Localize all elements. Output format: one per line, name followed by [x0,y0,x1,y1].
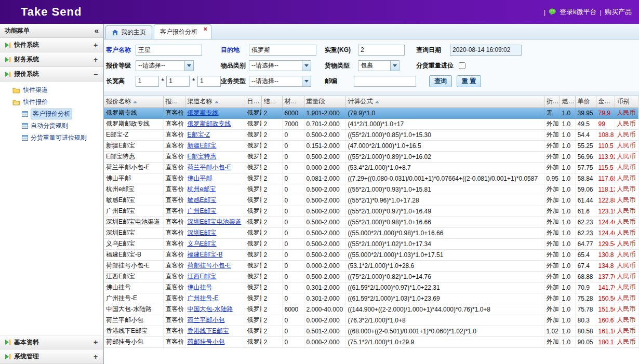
tree-item-express-channel[interactable]: 快件渠道 [0,84,103,96]
expand-icon[interactable]: + [92,338,99,346]
length-input[interactable] [136,76,159,87]
table-row[interactable]: 义乌E邮宝 直客价 义乌E邮宝 俄罗斯 2 0 0.500-2.000 ((55… [104,238,638,249]
channel-link[interactable]: 新疆E邮宝 [188,142,217,149]
channel-link[interactable]: 俄罗斯专线 [188,109,219,116]
close-icon[interactable]: × [203,26,207,32]
tree-item-customer-quote-analysis[interactable]: 客户报价分析 [0,108,103,120]
expand-icon[interactable]: + [92,41,99,49]
channel-link[interactable]: E邮宝特惠 [188,153,217,160]
collapse-sidebar-button[interactable]: « [95,27,99,34]
destination-cell: 俄罗斯 [245,238,261,249]
channel-link[interactable]: 广州挂号-E [188,294,219,302]
table-row[interactable]: 福建E邮宝-B 直客价 福建E邮宝-B 俄罗斯 2 0 0.500-2.000 … [104,249,638,260]
reset-button[interactable]: 重 置 [457,75,481,87]
item-category-select[interactable]: --请选择-- [249,60,311,71]
table-row[interactable]: 广州E邮宝 直客价 广州E邮宝 俄罗斯 2 0 0.500-2.000 ((55… [104,206,638,217]
channel-link[interactable]: 荷兰平邮小包 [188,316,225,323]
channel-link[interactable]: 杭州e邮宝 [188,185,216,193]
expand-icon[interactable]: + [92,56,99,64]
query-button[interactable]: 查询 [429,75,452,87]
table-row[interactable]: E邮宝特惠 直客价 E邮宝特惠 俄罗斯 2 0 0.500-2.000 ((55… [104,151,638,162]
quote-level-select[interactable]: --请选择-- [136,60,194,71]
channel-link[interactable]: 佛山挂号 [188,284,212,291]
channel-link[interactable]: 深圳E邮宝 [188,229,217,236]
table-row[interactable]: 荷邮挂号小包-E 直客价 荷邮挂号小包-E 俄罗斯 2 0 0.000-2.00… [104,260,638,271]
table-row[interactable]: 敏感E邮宝 直客价 敏感E邮宝 俄罗斯 2 0 0.500-2.000 ((55… [104,195,638,206]
discount-cell: 外加 [544,336,560,347]
column-header-unit-price[interactable]: 单价 [575,96,596,107]
channel-link[interactable]: 香港线下E邮宝 [188,327,229,334]
postal-code-input[interactable] [354,76,416,87]
table-row[interactable]: 中国大包-水陆路 直客价 中国大包-水陆路 俄罗斯 2 6000 2.000-4… [104,304,638,315]
column-header-destination[interactable]: 目的地 [245,96,261,107]
sidebar-group-express-system[interactable]: 快件系统 + [0,38,103,52]
channel-link[interactable]: 俄罗斯邮政专线 [188,120,231,127]
channel-link[interactable]: 中国大包-水陆路 [188,305,233,313]
channel-link[interactable]: 荷邮挂号小包-E [188,262,231,269]
settle-weight-cell: 2 [261,293,282,304]
query-date-input[interactable] [450,45,522,56]
width-input[interactable] [166,76,190,87]
channel-link[interactable]: 福建E邮宝-B [188,251,223,258]
cargo-type-select[interactable]: 包裹 [358,60,400,71]
channel-link[interactable]: 荷兰平邮小包-E [188,164,231,171]
column-header-amount[interactable]: 金额 [596,96,615,107]
sidebar-group-system-management[interactable]: 系统管理 + [0,349,103,364]
table-row[interactable]: 佛山挂号 直客价 佛山挂号 俄罗斯 2 0 0.301-2.000 ((61.5… [104,282,638,293]
table-row[interactable]: 俄罗斯邮政专线 直客价 俄罗斯邮政专线 俄罗斯 2 7000 0.701-2.0… [104,118,638,129]
destination-input[interactable] [249,45,316,56]
sidebar-group-quote-system[interactable]: 报价系统 − [0,67,103,82]
formula-cell: ((55*2/1.000)*0.98)*1.0+16.66 [345,217,544,227]
channel-link[interactable]: E邮宝-Z [188,131,210,138]
column-header-weight-range[interactable]: 重量段 [304,96,345,107]
table-row[interactable]: E邮宝-Z 直客价 E邮宝-Z 俄罗斯 2 0 0.500-2.000 ((55… [104,129,638,140]
table-row[interactable]: 荷邮挂号小包 直客价 荷邮挂号小包 俄罗斯 2 0 0.000-2.000 (7… [104,336,638,347]
table-row[interactable]: 深圳E邮宝 直客价 深圳E邮宝 俄罗斯 2 0 0.500-2.000 ((55… [104,227,638,238]
table-row[interactable]: 广州挂号-E 直客价 广州挂号-E 俄罗斯 2 0 0.301-2.000 ((… [104,293,638,304]
column-header-discount[interactable]: 折扣 [544,96,560,107]
tree-item-weight-carry-rules[interactable]: 分货重量可进位规则 [0,132,103,144]
column-header-formula[interactable]: 计算公式 [345,96,544,107]
collapse-icon[interactable]: − [92,70,99,78]
buy-product-link[interactable]: 购买产品 [605,7,632,17]
business-type-select[interactable]: --请选择-- [249,76,311,87]
channel-link[interactable]: 荷邮挂号小包 [188,338,225,345]
sidebar-group-basic-data[interactable]: 基本资料 + [0,335,103,349]
channel-link[interactable]: 佛山平邮 [188,174,212,182]
column-header-currency[interactable]: 币别 [615,96,638,107]
formula-cell: (76.3*2/1.000)*1.0+8 [345,315,544,326]
channel-link[interactable]: 江西E邮宝 [188,273,217,280]
table-row[interactable]: 杭州e邮宝 直客价 杭州e邮宝 俄罗斯 2 0 0.500-2.000 ((55… [104,184,638,195]
channel-cell: 深圳E邮宝电池渠道 [185,217,245,227]
channel-link[interactable]: 广州E邮宝 [188,207,217,214]
channel-link[interactable]: 义乌E邮宝 [188,240,217,247]
tree-item-auto-distribution-rules[interactable]: 自动分货规则 [0,120,103,132]
channel-link[interactable]: 深圳E邮宝电池渠道 [188,218,242,225]
height-input[interactable] [197,76,221,87]
weight-rounding-checkbox[interactable] [459,62,465,69]
table-row[interactable]: 荷兰平邮小包 直客价 荷兰平邮小包 俄罗斯 2 0 0.000-2.000 (7… [104,315,638,326]
customer-name-input[interactable] [136,45,202,56]
column-header-channel-name[interactable]: 渠道名称 [185,96,245,107]
expand-icon[interactable]: + [92,353,99,361]
sidebar-group-finance-system[interactable]: 财务系统 + [0,52,103,67]
table-row[interactable]: 深圳E邮宝电池渠道 直客价 深圳E邮宝电池渠道 俄罗斯 2 0 0.500-2.… [104,217,638,227]
column-header-quote-level[interactable]: 报价等级 [163,96,185,107]
table-row[interactable]: 俄罗斯专线 直客价 俄罗斯专线 俄罗斯 2 6000 1.901-2.000 (… [104,107,638,118]
tree-item-express-quote[interactable]: 快件报价 [0,96,103,108]
actual-weight-input[interactable] [358,45,405,56]
column-header-fuel-surcharge[interactable]: 燃油附加 [560,96,575,107]
tab-home[interactable]: 我的主页 [105,25,152,39]
column-header-volume-divisor[interactable]: 材积除 [282,96,304,107]
login-platform-link[interactable]: 登录k微平台 [560,7,597,17]
amount-cell: 130.8 [596,249,615,260]
column-header-quote-name[interactable]: 报价名称 [104,96,163,107]
table-row[interactable]: 荷兰平邮小包-E 直客价 荷兰平邮小包-E 俄罗斯 2 0 0.000-2.00… [104,162,638,173]
table-row[interactable]: 新疆E邮宝 直客价 新疆E邮宝 俄罗斯 2 0 0.151-2.000 (47.… [104,140,638,151]
tab-customer-quote-analysis[interactable]: 客户报价分析 × [154,24,211,39]
table-row[interactable]: 佛山平邮 直客价 佛山平邮 俄罗斯 2 0 0.081-2.000 ((7.29… [104,173,638,184]
table-row[interactable]: 香港线下E邮宝 直客价 香港线下E邮宝 俄罗斯 2 0 0.501-2.000 … [104,326,638,336]
column-header-settle-weight[interactable]: 结算重量 [261,96,282,107]
table-row[interactable]: 江西E邮宝 直客价 江西E邮宝 俄罗斯 2 0 0.500-2.000 ((75… [104,271,638,282]
channel-link[interactable]: 敏感E邮宝 [188,196,217,204]
